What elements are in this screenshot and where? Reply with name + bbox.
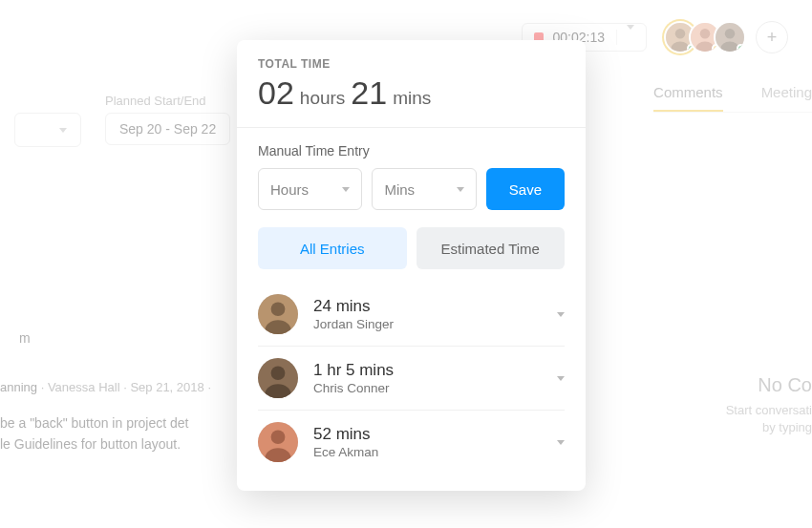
entry-time: 1 hr 5 mins	[313, 361, 542, 380]
entry-info: 24 mins Jordan Singer	[313, 297, 542, 331]
total-time-value: 02 hours 21 mins	[258, 74, 565, 112]
person-icon	[258, 294, 298, 334]
tab-all-entries[interactable]: All Entries	[258, 227, 407, 269]
time-entry: 52 mins Ece Akman	[258, 410, 565, 474]
entry-time: 52 mins	[313, 425, 542, 444]
date-range-picker[interactable]: Sep 20 - Sep 22	[105, 113, 230, 145]
timer-dropdown[interactable]	[616, 30, 634, 45]
chevron-down-icon[interactable]	[557, 376, 565, 381]
crumb-item: anning	[0, 380, 37, 394]
planned-label: Planned Start/End	[105, 94, 206, 108]
chevron-down-icon	[627, 25, 634, 45]
hours-unit: hours	[300, 88, 346, 109]
entry-info: 52 mins Ece Akman	[313, 425, 542, 459]
entry-time: 24 mins	[313, 297, 542, 316]
hours-placeholder: Hours	[270, 181, 309, 198]
chevron-down-icon	[457, 187, 464, 192]
divider	[237, 127, 586, 128]
mins-select[interactable]: Mins	[372, 168, 476, 210]
chevron-down-icon	[342, 187, 350, 192]
svg-point-4	[700, 29, 711, 39]
empty-comments: No Co Start conversati by typing	[726, 374, 812, 436]
entry-name: Jordan Singer	[313, 317, 542, 331]
breadcrumb: anning · Vanessa Hall · Sep 21, 2018 ·	[0, 380, 211, 394]
avatar[interactable]	[258, 294, 298, 334]
entries-tabs: All Entries Estimated Time	[258, 227, 565, 269]
svg-point-7	[725, 29, 736, 39]
tab-estimated-time[interactable]: Estimated Time	[417, 227, 566, 269]
mins-number: 21	[351, 74, 387, 112]
add-member-button[interactable]: +	[756, 21, 788, 53]
mins-unit: mins	[393, 88, 431, 109]
svg-point-16	[271, 430, 286, 444]
avatar[interactable]	[258, 358, 298, 398]
svg-point-10	[271, 302, 286, 316]
chevron-down-icon[interactable]	[557, 312, 565, 317]
hours-number: 02	[258, 74, 294, 112]
truncated-text: m	[19, 330, 31, 346]
time-entry: 24 mins Jordan Singer	[258, 283, 565, 346]
entry-info: 1 hr 5 mins Chris Conner	[313, 361, 542, 395]
member-avatars: +	[664, 21, 788, 53]
time-entry: 1 hr 5 mins Chris Conner	[258, 346, 565, 410]
tab-meeting[interactable]: Meeting	[761, 84, 812, 100]
svg-point-13	[271, 366, 286, 380]
avatar[interactable]	[258, 422, 298, 462]
status-online-icon	[737, 44, 745, 53]
entry-name: Chris Conner	[313, 381, 542, 395]
avatar[interactable]	[714, 21, 746, 53]
side-tabs: Comments Meeting	[653, 84, 812, 113]
time-tracking-popover: TOTAL TIME 02 hours 21 mins Manual Time …	[237, 40, 586, 491]
entry-name: Ece Akman	[313, 445, 542, 459]
person-icon	[258, 422, 298, 462]
manual-entry-row: Hours Mins Save	[258, 168, 565, 210]
plus-icon: +	[767, 28, 778, 48]
empty-sub: by typing	[726, 419, 812, 436]
chevron-down-icon[interactable]	[557, 440, 565, 445]
empty-title: No Co	[726, 374, 812, 396]
svg-point-1	[675, 29, 686, 39]
status-dropdown[interactable]	[14, 113, 81, 147]
crumb-date: Sep 21, 2018	[130, 380, 203, 394]
save-button[interactable]: Save	[486, 168, 565, 210]
tab-comments[interactable]: Comments	[653, 84, 723, 112]
description-text: be a "back" button in project det le Gui…	[0, 412, 189, 454]
manual-entry-label: Manual Time Entry	[258, 143, 565, 158]
empty-sub: Start conversati	[726, 402, 812, 419]
mins-placeholder: Mins	[384, 181, 415, 198]
hours-select[interactable]: Hours	[258, 168, 362, 210]
chevron-down-icon	[59, 128, 67, 133]
total-time-label: TOTAL TIME	[258, 57, 565, 71]
person-icon	[258, 358, 298, 398]
time-entries-list: 24 mins Jordan Singer 1 hr 5 mins Chris …	[237, 283, 586, 491]
crumb-author: Vanessa Hall	[48, 380, 120, 394]
